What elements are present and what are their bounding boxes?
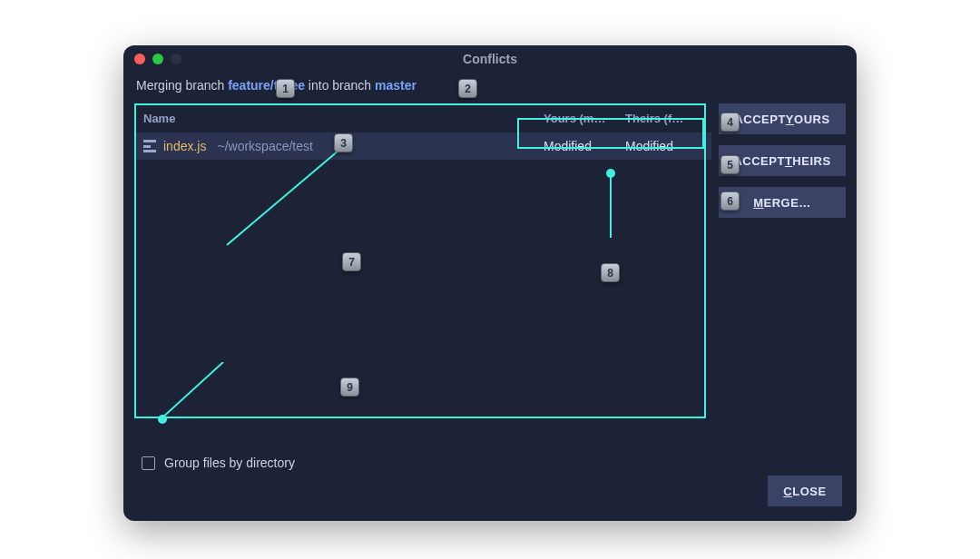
header-name[interactable]: Name — [143, 112, 544, 125]
file-name: index.js — [163, 139, 206, 153]
merge-middle: into branch — [305, 78, 375, 93]
annotation-dot — [158, 415, 167, 424]
header-yours[interactable]: Yours (m… — [544, 112, 625, 125]
checkbox-icon[interactable] — [142, 456, 155, 470]
close-area: CLOSE — [768, 476, 842, 506]
header-theirs[interactable]: Theirs (f… — [625, 112, 702, 125]
file-diff-icon — [143, 140, 156, 152]
annotation-marker-4: 4 — [720, 113, 740, 132]
annotation-marker-7: 7 — [342, 252, 361, 271]
annotation-connector-9 — [162, 362, 234, 420]
group-files-label: Group files by directory — [164, 456, 295, 470]
yours-status: Modified — [544, 139, 625, 153]
conflicts-dialog: Conflicts Merging branch feature/three i… — [123, 45, 857, 521]
annotation-marker-5: 5 — [720, 155, 740, 174]
target-branch: master — [375, 78, 416, 93]
annotation-connector-8 — [606, 172, 617, 245]
svg-line-0 — [227, 145, 345, 245]
svg-line-2 — [162, 362, 223, 418]
annotation-connector-7 — [223, 145, 350, 250]
annotation-marker-1: 1 — [276, 79, 295, 98]
content-row: Name Yours (m… Theirs (f… index.js ~/wor… — [123, 103, 857, 218]
table-header: Name Yours (m… Theirs (f… — [134, 103, 711, 132]
annotation-marker-6: 6 — [720, 191, 740, 211]
table-row[interactable]: index.js ~/workspace/test Modified Modif… — [134, 132, 711, 160]
annotation-marker-9: 9 — [340, 378, 359, 397]
annotation-marker-3: 3 — [334, 133, 353, 152]
theirs-status: Modified — [625, 139, 702, 153]
window-title: Conflicts — [123, 52, 857, 66]
annotation-dot — [606, 169, 615, 178]
file-path: ~/workspace/test — [217, 139, 312, 153]
merge-summary: Merging branch feature/three into branch… — [123, 73, 857, 103]
close-button[interactable]: CLOSE — [768, 476, 842, 506]
titlebar: Conflicts — [123, 45, 857, 73]
annotation-marker-8: 8 — [601, 263, 620, 282]
conflict-table: Name Yours (m… Theirs (f… index.js ~/wor… — [134, 103, 711, 218]
merge-prefix: Merging branch — [136, 78, 228, 93]
group-by-directory-option[interactable]: Group files by directory — [142, 456, 295, 470]
annotation-marker-2: 2 — [458, 79, 477, 98]
